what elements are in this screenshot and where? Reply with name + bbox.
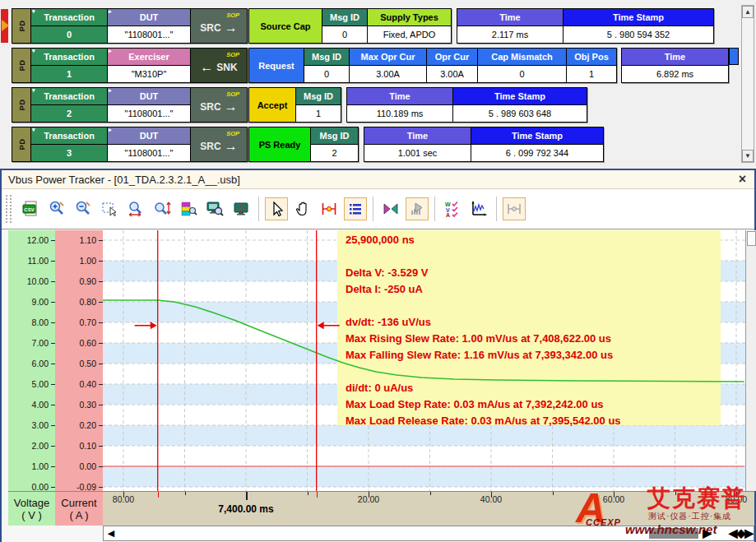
compare-view-button[interactable] (379, 197, 402, 220)
toolbar-grip-handle[interactable] (6, 195, 12, 223)
transaction-row-3: PD ▾Transaction 3 ▸DUT "1108001..." SOP … (0, 127, 756, 163)
sop-label: SOP (226, 51, 239, 58)
transaction-header-group[interactable]: PD ▾Transaction 2 ▸DUT "1108001..." SOP … (12, 87, 248, 123)
verify-checks-button[interactable]: WVA (441, 197, 464, 220)
axis-tick-label: 0.00 (80, 461, 96, 471)
close-icon[interactable]: × (739, 172, 746, 187)
chart-plot[interactable]: 25,900,000 ns Delta V: -3.529 VDelta I: … (103, 230, 745, 491)
time-group[interactable]: Time110.189 ms Time Stamp5 . 989 603 648 (346, 87, 587, 123)
export-csv-button[interactable]: CSV (19, 197, 42, 220)
column-header: Obj Pos (567, 49, 616, 65)
column-header: Max Opr Cur (350, 49, 426, 65)
source-value: "M310P" (108, 66, 190, 82)
zoom-out-button[interactable] (72, 197, 95, 220)
column-header: Supply Types (368, 9, 451, 25)
clipped-timestamp-column (729, 48, 739, 65)
packet-group[interactable]: Request Msg ID0 Max Opr Cur3.00A Opr Cur… (248, 48, 617, 83)
sop-direction-cell: SOP SRC→ (191, 88, 247, 122)
scroll-down-button[interactable]: ▼ (742, 150, 754, 162)
scroll-pager-buttons[interactable]: ◀◆▶ (729, 526, 753, 540)
zoom-in-button[interactable] (45, 197, 68, 220)
plot-vertical-scrollbar[interactable] (745, 230, 756, 491)
cursor-measure-button[interactable] (318, 197, 341, 220)
time-axis: 80.007,400.00 ms20.0040.0060.0080.00 (103, 491, 754, 526)
pointer-tool-button[interactable] (265, 197, 288, 220)
axis-tick-label: 0.10 (80, 441, 96, 451)
transaction-header-group[interactable]: PD ▾Transaction 1 ▸Exerciser "M310P" SOP… (12, 48, 248, 83)
transaction-header: ▾Transaction (31, 88, 107, 104)
annotation-line: Delta I: -250 uA (337, 281, 721, 298)
transaction-header-group[interactable]: PD ▾Transaction 3 ▸DUT "1108001..." SOP … (12, 127, 248, 162)
time-group[interactable]: Time1.001 sec Time Stamp6 . 099 792 344 (364, 127, 604, 162)
time-group[interactable]: Time6.892 ms (621, 48, 729, 83)
axis-tick-label: 7.00 (32, 338, 49, 348)
source-header: ▸DUT (108, 127, 190, 144)
scroll-left-button[interactable]: ◀ (104, 527, 118, 540)
direction-label: SRC (200, 22, 220, 34)
screen-capture-button[interactable] (203, 197, 226, 220)
scroll-up-button[interactable]: ▲ (742, 6, 754, 18)
time-header: Time (347, 88, 452, 104)
color-settings-button[interactable] (177, 197, 200, 220)
time-scroll-thumb[interactable] (649, 528, 698, 539)
dropdown-triangle-icon: ▾ (32, 87, 35, 94)
voltage-axis-title: Voltage ( V ) (8, 491, 55, 526)
window-titlebar[interactable]: Vbus Power Tracker - [01_TDA.2.3.2.1_A__… (2, 170, 754, 189)
column-header: Cap Mismatch (478, 49, 566, 65)
zoom-horizontal-button[interactable] (124, 197, 147, 220)
zoom-selection-button[interactable] (98, 197, 121, 220)
sop-label: SOP (226, 90, 239, 98)
source-value: "1108001..." (108, 145, 190, 161)
axis-tick-label: 2.00 (32, 441, 49, 451)
time-group[interactable]: Time2.117 ms Time Stamp5 . 980 594 352 (457, 8, 714, 44)
column-value: 3.00A (427, 66, 477, 82)
axis-tick-label: 0.90 (80, 276, 96, 286)
app-screen: PD ▾Transaction 0 ▸DUT "1108001..." SOP … (0, 0, 756, 542)
message-type-cell: Source Cap (249, 9, 322, 43)
packet-group[interactable]: Accept Msg ID1 (248, 87, 341, 123)
timestamp-header: Time Stamp (453, 88, 587, 104)
axis-tick-label: 9.00 (32, 297, 49, 307)
plot-vertical-scroll-thumb[interactable] (747, 231, 756, 246)
zoom-vertical-button[interactable] (151, 197, 174, 220)
packet-group[interactable]: Source Cap Msg ID0 Supply TypesFixed, AP… (248, 8, 452, 44)
direction-arrow-icon: ← (200, 60, 213, 75)
axis-tick-label: 0.60 (80, 338, 96, 348)
transaction-scrollbar[interactable]: ▲ ▼ (741, 5, 754, 163)
time-value: 1.001 sec (364, 145, 471, 161)
axis-tick-label: 3.00 (32, 420, 49, 430)
transaction-header: ▾Transaction (31, 49, 107, 65)
packet-group[interactable]: PS Ready Msg ID2 (248, 127, 359, 162)
annotation-line: Max Load Step Rate: 0.03 mA/us at 7,392,… (337, 396, 721, 413)
chart-playback-button[interactable] (406, 197, 429, 220)
x-axis-label: 20.00 (344, 494, 393, 504)
measure-tool-button[interactable] (503, 197, 526, 220)
scroll-right-button[interactable]: ▶ (703, 526, 712, 540)
column-value: 0 (478, 66, 566, 82)
waveform-chart-button[interactable] (467, 197, 490, 220)
current-axis-title: Current ( A ) (55, 491, 103, 526)
column-header: Msg ID (322, 9, 367, 25)
axis-tick-label: 0.20 (80, 420, 96, 430)
time-header: Time (457, 9, 563, 25)
transaction-header-group[interactable]: PD ▾Transaction 0 ▸DUT "1108001..." SOP … (12, 8, 248, 44)
axis-tick-label: 0.70 (80, 317, 96, 327)
transaction-number: 0 (31, 26, 107, 43)
x-tick (246, 492, 248, 500)
timestamp-value: 5 . 989 603 648 (453, 105, 587, 122)
fit-to-screen-button[interactable] (230, 197, 253, 220)
bus-type-cell: PD (12, 127, 30, 161)
toolbar-separator (434, 197, 435, 221)
cursor-tick (158, 492, 159, 498)
axis-tick-label: 6.00 (32, 359, 49, 368)
axis-tick-label: 1.00 (32, 461, 49, 471)
timestamp-value: 5 . 980 594 352 (564, 26, 713, 43)
sop-direction-cell: SOP SRC→ (191, 127, 247, 161)
list-view-button[interactable] (344, 197, 367, 220)
selection-marker-arrow-icon (2, 20, 9, 31)
dropdown-triangle-icon: ▾ (32, 8, 35, 15)
pan-tool-button[interactable] (291, 197, 314, 220)
time-scrollbar[interactable]: ◀ (103, 526, 754, 541)
transaction-number: 1 (31, 66, 107, 82)
svg-text:CSV: CSV (24, 207, 34, 212)
